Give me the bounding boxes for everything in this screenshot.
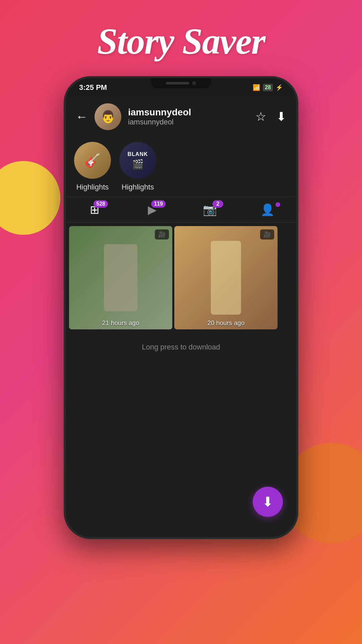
favorite-icon: ☆	[255, 110, 266, 123]
app-title: Story Saver	[97, 20, 265, 63]
nav-bar: ← 👨 iamsunnydeol iamsunnydeol ☆ ⬇	[66, 97, 296, 137]
tab-camera-badge: 2	[213, 200, 223, 208]
phone-mockup: 3:25 PM 📶 28 ⚡ ← 👨 iamsunnydeol i	[64, 76, 298, 539]
media-thumb-2[interactable]: 🎥 20 hours ago	[174, 226, 278, 329]
video-indicator-2: 🎥	[260, 229, 274, 239]
tab-person[interactable]: 👤	[239, 200, 296, 220]
status-time: 3:25 PM	[79, 83, 107, 92]
tab-grid-badge: 528	[94, 200, 108, 208]
tab-camera[interactable]: 📷 2	[181, 200, 239, 220]
nav-right: ☆ ⬇	[255, 110, 286, 124]
highlight-emoji-2: 🎬	[132, 159, 144, 170]
highlights-section: 🎸 Highlights BLANK 🎬 Highlights	[66, 137, 296, 197]
media-grid: 🎥 21 hours ago 🎥 20 hours ago	[66, 223, 296, 333]
phone-screen: ← 👨 iamsunnydeol iamsunnydeol ☆ ⬇	[66, 97, 296, 537]
highlight-item-1[interactable]: 🎸 Highlights	[74, 142, 111, 192]
charging-icon: ⚡	[276, 84, 283, 91]
media-thumb-1[interactable]: 🎥 21 hours ago	[69, 226, 172, 329]
highlight-circle-1: 🎸	[74, 142, 111, 179]
video-icon-2: 🎥	[263, 231, 271, 238]
status-icons: 📶 28 ⚡	[253, 84, 283, 91]
back-button[interactable]: ←	[76, 110, 88, 124]
media-thumb-1-image	[69, 226, 172, 329]
video-indicator-1: 🎥	[155, 229, 169, 239]
avatar-image: 👨	[101, 110, 116, 124]
back-icon: ←	[76, 110, 88, 123]
tab-video-badge: 119	[151, 200, 166, 208]
profile-handle: iamsunnydeol	[128, 118, 191, 126]
profile-name: iamsunnydeol	[128, 107, 191, 118]
video-icon-1: 🎥	[158, 231, 166, 238]
favorite-button[interactable]: ☆	[255, 110, 266, 124]
thumb-timestamp-2: 20 hours ago	[174, 319, 278, 327]
fab-download-icon: ⬇	[262, 494, 274, 509]
highlight-emoji-1: 🎸	[84, 153, 101, 168]
tab-video[interactable]: ▶ 119	[123, 200, 181, 220]
phone-notch	[151, 78, 211, 88]
profile-info: iamsunnydeol iamsunnydeol	[128, 107, 191, 126]
status-bar: 3:25 PM 📶 28 ⚡	[66, 78, 296, 97]
tab-grid[interactable]: ⊞ 528	[66, 200, 123, 220]
person-icon: 👤	[260, 203, 275, 216]
highlight-item-2[interactable]: BLANK 🎬 Highlights	[119, 142, 156, 192]
highlight-label-2: Highlights	[122, 183, 154, 192]
bg-decoration-yellow	[0, 161, 60, 235]
tab-bar: ⊞ 528 ▶ 119 📷 2 👤	[66, 197, 296, 223]
thumb-timestamp-1: 21 hours ago	[69, 319, 172, 327]
wifi-icon: 📶	[253, 84, 260, 91]
avatar[interactable]: 👨	[95, 103, 121, 130]
download-icon: ⬇	[276, 110, 286, 123]
highlight-label-1: Highlights	[76, 183, 109, 192]
speaker	[166, 82, 189, 85]
battery-indicator: 28	[263, 84, 273, 91]
hint-text: Long press to download	[142, 343, 220, 351]
highlight-image-1: 🎸	[74, 142, 111, 179]
highlight-prefix-2: BLANK	[128, 151, 148, 157]
media-thumb-2-image	[174, 226, 278, 329]
bottom-hint: Long press to download	[66, 333, 296, 357]
download-button[interactable]: ⬇	[276, 110, 286, 124]
highlight-image-2: BLANK 🎬	[119, 142, 156, 179]
nav-left: ← 👨 iamsunnydeol iamsunnydeol	[76, 103, 191, 130]
fab-download-button[interactable]: ⬇	[253, 487, 283, 517]
highlight-circle-2: BLANK 🎬	[119, 142, 156, 179]
tab-person-dot	[276, 202, 280, 207]
front-camera	[192, 81, 196, 85]
